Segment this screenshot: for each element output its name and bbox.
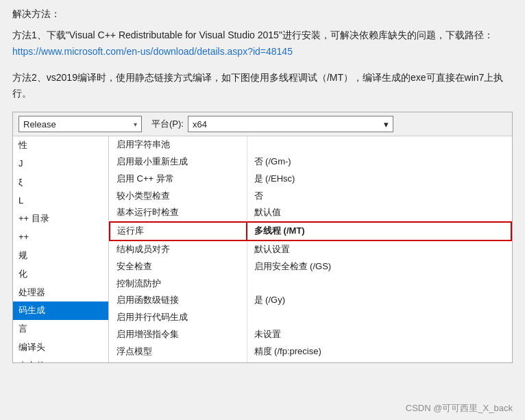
sidebar-item-3[interactable]: L	[13, 192, 108, 210]
table-cell-value-3: 否	[247, 188, 511, 205]
table-row-13: 启用浮点异常	[110, 360, 511, 363]
table-cell-value-13	[247, 360, 511, 363]
table-cell-property-12: 浮点模型	[110, 343, 247, 360]
sidebar-item-11[interactable]: 编译头	[13, 338, 108, 357]
table-cell-property-0: 启用字符串池	[110, 136, 247, 153]
table-row-6: 结构成员对齐默认设置	[110, 240, 511, 258]
watermark: CSDN @可可西里_X_back	[406, 402, 513, 415]
table-cell-property-3: 较小类型检查	[110, 188, 247, 205]
sidebar-item-2[interactable]: ξ	[13, 173, 108, 192]
sidebar-item-5[interactable]: ++	[13, 228, 108, 247]
table-row-2: 启用 C++ 异常是 (/EHsc)	[110, 171, 511, 188]
vs-sidebar: 性JξL++ 目录++规化处理器码生成言编译头出文件览信息级有选项令行器工具	[13, 136, 109, 362]
sidebar-item-10[interactable]: 言	[13, 320, 108, 338]
vs-settings-dialog: Release ▾ 平台(P): x64 ▾ 性JξL++ 目录++规化处理器码…	[12, 112, 513, 363]
table-row-4: 基本运行时检查默认值	[110, 204, 511, 222]
table-cell-property-11: 启用增强指令集	[110, 326, 247, 343]
table-cell-value-4: 默认值	[247, 204, 511, 222]
table-row-12: 浮点模型精度 (/fp:precise)	[110, 343, 511, 360]
table-row-10: 启用并行代码生成	[110, 309, 511, 326]
table-cell-value-0	[247, 136, 511, 153]
table-row-7: 安全检查启用安全检查 (/GS)	[110, 258, 511, 275]
platform-dropdown-label: x64	[193, 119, 207, 129]
table-cell-property-13: 启用浮点异常	[110, 360, 247, 363]
table-row-9: 启用函数级链接是 (/Gy)	[110, 292, 511, 309]
table-cell-property-5: 运行库	[110, 222, 247, 240]
sidebar-item-6[interactable]: 规	[13, 247, 108, 265]
platform-dropdown[interactable]: x64 ▾	[188, 116, 393, 132]
method1-prefix: 方法1、下载"Visual C++ Redistributable for Vi…	[12, 29, 493, 40]
sidebar-item-12[interactable]: 出文件	[13, 357, 108, 362]
sidebar-item-7[interactable]: 化	[13, 265, 108, 284]
table-cell-value-1: 否 (/Gm-)	[247, 153, 511, 171]
method1-text: 方法1、下载"Visual C++ Redistributable for Vi…	[12, 27, 513, 60]
platform-dropdown-arrow: ▾	[384, 119, 389, 129]
table-cell-property-10: 启用并行代码生成	[110, 309, 247, 326]
table-cell-value-5: 多线程 (/MT)	[247, 222, 511, 240]
table-cell-value-9: 是 (/Gy)	[247, 292, 511, 309]
table-cell-property-1: 启用最小重新生成	[110, 153, 247, 171]
config-dropdown[interactable]: Release ▾	[19, 116, 142, 132]
table-cell-property-8: 控制流防护	[110, 275, 247, 293]
sidebar-item-0[interactable]: 性	[13, 136, 108, 155]
table-cell-value-2: 是 (/EHsc)	[247, 171, 511, 188]
table-row-0: 启用字符串池	[110, 136, 511, 153]
vs-toolbar: Release ▾ 平台(P): x64 ▾	[13, 112, 512, 136]
solution-title: 解决方法：	[12, 8, 513, 21]
vs-main-panel: 启用字符串池启用最小重新生成否 (/Gm-)启用 C++ 异常是 (/EHsc)…	[109, 136, 512, 362]
main-container: 解决方法： 方法1、下载"Visual C++ Redistributable …	[0, 0, 525, 420]
table-cell-value-8	[247, 275, 511, 293]
table-cell-value-10	[247, 309, 511, 326]
config-dropdown-arrow: ▾	[134, 121, 137, 128]
table-row-11: 启用增强指令集未设置	[110, 326, 511, 343]
table-cell-property-9: 启用函数级链接	[110, 292, 247, 309]
sidebar-item-4[interactable]: ++ 目录	[13, 210, 108, 228]
table-row-3: 较小类型检查否	[110, 188, 511, 205]
platform-label: 平台(P):	[151, 118, 184, 130]
method2-text: 方法2、vs2019编译时，使用静态链接方式编译，如下图使用多线程调试（/MT）…	[12, 70, 513, 103]
settings-table: 启用字符串池启用最小重新生成否 (/Gm-)启用 C++ 异常是 (/EHsc)…	[109, 136, 512, 362]
sidebar-item-8[interactable]: 处理器	[13, 284, 108, 302]
table-cell-property-6: 结构成员对齐	[110, 240, 247, 258]
table-cell-value-11: 未设置	[247, 326, 511, 343]
table-row-5: 运行库多线程 (/MT)	[110, 222, 511, 240]
table-row-1: 启用最小重新生成否 (/Gm-)	[110, 153, 511, 171]
table-cell-value-6: 默认设置	[247, 240, 511, 258]
config-dropdown-label: Release	[23, 119, 56, 129]
table-cell-value-7: 启用安全检查 (/GS)	[247, 258, 511, 275]
sidebar-item-1[interactable]: J	[13, 155, 108, 173]
vs-content: 性JξL++ 目录++规化处理器码生成言编译头出文件览信息级有选项令行器工具 启…	[13, 136, 512, 362]
table-cell-property-2: 启用 C++ 异常	[110, 171, 247, 188]
table-cell-property-4: 基本运行时检查	[110, 204, 247, 222]
table-cell-property-7: 安全检查	[110, 258, 247, 275]
table-row-8: 控制流防护	[110, 275, 511, 293]
method1-link[interactable]: https://www.microsoft.com/en-us/download…	[12, 46, 293, 57]
sidebar-item-9[interactable]: 码生成	[13, 301, 108, 320]
table-cell-value-12: 精度 (/fp:precise)	[247, 343, 511, 360]
